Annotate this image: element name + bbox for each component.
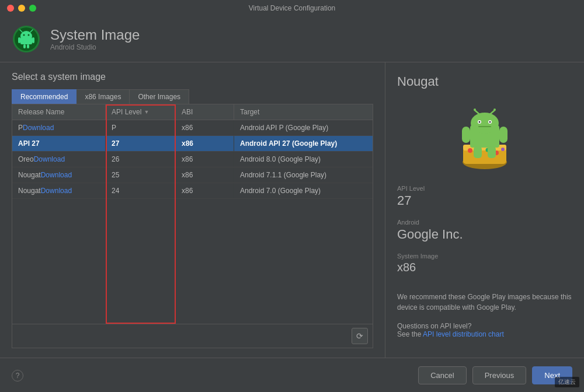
api-level-value: 27 <box>397 193 572 208</box>
minimize-button[interactable] <box>18 5 25 12</box>
cell-target: Android 7.0 (Google Play) <box>234 183 373 198</box>
cell-abi: x86 <box>176 183 234 198</box>
titlebar: Virtual Device Configuration <box>0 0 584 16</box>
table-header: Release Name API Level ▼ ABI Target <box>12 104 373 120</box>
android-value: Google Inc. <box>397 227 572 242</box>
svg-rect-32 <box>499 127 507 143</box>
svg-rect-33 <box>474 146 482 158</box>
detail-title: Nougat <box>397 74 572 89</box>
table-row[interactable]: API 27 27 x86 Android API 27 (Google Pla… <box>12 136 373 152</box>
footer: ? Cancel Previous Next <box>0 358 584 392</box>
cell-abi: x86 <box>176 152 234 167</box>
table-body: P Download P x86 Android API P (Google P… <box>12 120 373 324</box>
cell-target: Android 8.0 (Google Play) <box>234 152 373 167</box>
tab-x86-images[interactable]: x86 Images <box>77 89 130 104</box>
maximize-button[interactable] <box>29 5 36 12</box>
window-controls <box>7 5 36 12</box>
cell-release-name: API 27 <box>12 136 106 151</box>
right-panel: Nougat <box>385 62 584 358</box>
svg-rect-35 <box>478 126 491 127</box>
svg-point-30 <box>493 108 496 111</box>
svg-rect-7 <box>23 44 26 48</box>
svg-point-25 <box>479 121 481 123</box>
svg-point-20 <box>501 148 505 151</box>
footer-left: ? <box>12 370 23 382</box>
svg-point-22 <box>471 113 499 134</box>
help-button[interactable]: ? <box>12 370 23 382</box>
svg-rect-4 <box>20 37 32 44</box>
api-distribution-link[interactable]: API level distribution chart <box>423 330 504 338</box>
footer-right: Cancel Previous Next <box>418 366 572 384</box>
svg-point-16 <box>468 148 472 153</box>
detail-android: Android Google Inc. <box>397 219 572 242</box>
cell-abi: x86 <box>176 120 234 135</box>
page-header-title: System Image <box>50 27 140 44</box>
system-image-label: System Image <box>397 253 572 260</box>
table-row[interactable]: Nougat Download 24 x86 Android 7.0 (Goog… <box>12 183 373 199</box>
previous-button[interactable]: Previous <box>472 366 527 384</box>
app-name: Android Studio <box>50 43 140 51</box>
system-image-table: Release Name API Level ▼ ABI Target P Do… <box>12 104 373 348</box>
cell-abi: x86 <box>176 167 234 183</box>
cell-target: Android API P (Google Play) <box>234 120 373 135</box>
android-nougat-figure <box>453 107 517 171</box>
tab-other-images[interactable]: Other Images <box>130 89 189 104</box>
cell-api-level: 26 <box>106 152 176 167</box>
svg-line-27 <box>475 110 479 114</box>
detail-description: We recommend these Google Play images be… <box>397 292 572 313</box>
col-abi: ABI <box>176 104 234 120</box>
svg-rect-6 <box>32 37 34 43</box>
cancel-button[interactable]: Cancel <box>418 366 466 384</box>
tab-recommended[interactable]: Recommended <box>12 89 77 104</box>
col-api-level[interactable]: API Level ▼ <box>106 104 176 120</box>
cell-release-name: P Download <box>12 120 106 135</box>
cell-target: Android API 27 (Google Play) <box>234 136 373 151</box>
cell-api-level: P <box>106 120 176 135</box>
cell-target: Android 7.1.1 (Google Play) <box>234 167 373 183</box>
download-link-nougat24[interactable]: Download <box>41 187 72 195</box>
window-title: Virtual Device Configuration <box>249 4 336 12</box>
table-row[interactable]: Nougat Download 25 x86 Android 7.1.1 (Go… <box>12 167 373 183</box>
svg-point-26 <box>489 121 491 123</box>
cell-release-name: Oreo Download <box>12 152 106 167</box>
col-target: Target <box>234 104 373 120</box>
svg-point-9 <box>23 34 25 36</box>
detail-system-image: System Image x86 <box>397 253 572 274</box>
android-label: Android <box>397 219 572 226</box>
detail-question: Questions on API level? See the API leve… <box>397 322 572 338</box>
main-content: Select a system image Recommended x86 Im… <box>0 62 584 358</box>
table-row[interactable]: Oreo Download 26 x86 Android 8.0 (Google… <box>12 152 373 167</box>
svg-rect-5 <box>18 37 20 43</box>
close-button[interactable] <box>7 5 14 12</box>
cell-abi: x86 <box>176 136 234 151</box>
android-figure <box>397 107 572 171</box>
svg-rect-8 <box>27 44 29 48</box>
next-button[interactable]: Next <box>532 366 572 384</box>
sort-arrow-icon: ▼ <box>144 109 149 115</box>
cell-api-level: 25 <box>106 167 176 183</box>
download-link-nougat25[interactable]: Download <box>41 171 72 179</box>
android-studio-logo: A <box>12 24 41 54</box>
refresh-button[interactable]: ⟳ <box>352 328 368 344</box>
download-link-oreo[interactable]: Download <box>34 155 65 163</box>
api-level-label: API Level <box>397 185 572 192</box>
tabs: Recommended x86 Images Other Images <box>12 89 373 104</box>
detail-api-level: API Level 27 <box>397 185 572 208</box>
cell-release-name: Nougat Download <box>12 167 106 183</box>
svg-point-10 <box>28 34 30 36</box>
table-row[interactable]: P Download P x86 Android API P (Google P… <box>12 120 373 136</box>
cell-release-name: Nougat Download <box>12 183 106 198</box>
table-footer: ⟳ <box>12 324 373 348</box>
svg-rect-31 <box>462 127 470 143</box>
left-panel: Select a system image Recommended x86 Im… <box>0 62 385 358</box>
svg-point-29 <box>474 108 476 111</box>
system-image-value: x86 <box>397 261 572 274</box>
svg-rect-34 <box>488 146 496 158</box>
svg-line-28 <box>491 110 495 114</box>
cell-api-level: 24 <box>106 183 176 198</box>
col-release-name: Release Name <box>12 104 106 120</box>
download-link-p[interactable]: Download <box>23 124 54 132</box>
header: A System Image Android Studio <box>0 16 584 62</box>
cell-api-level: 27 <box>106 136 176 151</box>
header-text: System Image Android Studio <box>50 27 140 52</box>
